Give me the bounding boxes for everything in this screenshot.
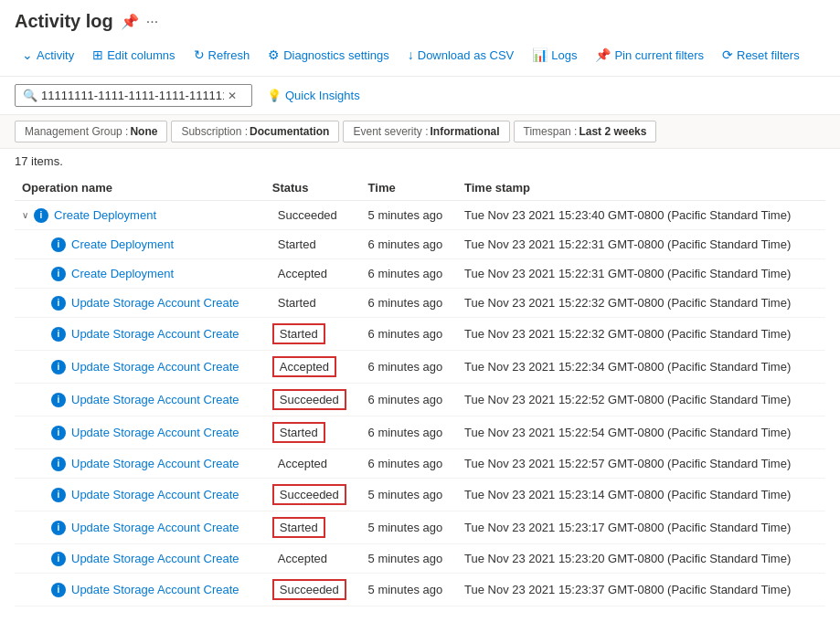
operation-name-link[interactable]: Create Deployment	[54, 208, 156, 222]
page-title: Activity log	[15, 11, 113, 32]
search-clear-icon[interactable]: ✕	[228, 90, 237, 102]
status-cell: Succeeded	[265, 384, 361, 416]
operation-name-cell: iUpdate Storage Account Create	[15, 511, 265, 544]
table-row: iUpdate Storage Account CreateAccepted5 …	[15, 544, 825, 574]
table-row: iCreate DeploymentStarted6 minutes agoTu…	[15, 230, 825, 259]
filter-row: 🔍 ✕ 💡 Quick Insights	[0, 77, 840, 115]
operation-name-link[interactable]: Update Storage Account Create	[71, 360, 239, 374]
operation-name-cell: iUpdate Storage Account Create	[15, 479, 265, 511]
search-input[interactable]	[41, 89, 224, 102]
management-group-chip[interactable]: Management Group : None	[15, 121, 167, 142]
operation-name-link[interactable]: Update Storage Account Create	[71, 457, 239, 470]
operation-name-cell: iUpdate Storage Account Create	[15, 416, 265, 449]
timestamp-cell: Tue Nov 23 2021 15:22:32 GMT-0800 (Pacif…	[457, 289, 825, 318]
info-icon: i	[34, 208, 48, 223]
timespan-chip[interactable]: Timespan : Last 2 weeks	[514, 121, 657, 142]
status-cell: Started	[265, 289, 361, 318]
status-badge: Started	[272, 323, 325, 344]
status-badge: Started	[272, 236, 322, 253]
info-icon: i	[51, 327, 66, 342]
operation-name-cell: iCreate Deployment	[15, 259, 265, 289]
edit-columns-button[interactable]: ⊞ Edit columns	[85, 43, 182, 67]
operation-name-link[interactable]: Update Storage Account Create	[71, 296, 239, 310]
status-cell: Accepted	[265, 449, 361, 479]
time-cell: 5 minutes ago	[361, 479, 457, 511]
status-cell: Started	[265, 318, 361, 351]
download-button[interactable]: ↓ Download as CSV	[400, 43, 522, 67]
info-icon: i	[51, 360, 66, 374]
subscription-chip[interactable]: Subscription : Documentation	[171, 121, 339, 142]
filter-chips: Management Group : None Subscription : D…	[0, 115, 840, 149]
toolbar: ⌄ Activity ⊞ Edit columns ↻ Refresh ⚙ Di…	[15, 39, 825, 70]
info-icon: i	[51, 296, 66, 311]
status-cell: Started	[265, 230, 361, 259]
more-icon[interactable]: ···	[146, 14, 158, 30]
time-cell: 6 minutes ago	[361, 259, 457, 289]
time-cell: 5 minutes ago	[361, 574, 457, 606]
timestamp-cell: Tue Nov 23 2021 15:23:20 GMT-0800 (Pacif…	[457, 544, 825, 574]
refresh-button[interactable]: ↻ Refresh	[186, 43, 258, 67]
status-cell: Accepted	[265, 351, 361, 384]
reset-filters-button[interactable]: ⟳ Reset filters	[715, 43, 807, 67]
status-badge: Succeeded	[272, 484, 346, 505]
operation-name-link[interactable]: Update Storage Account Create	[71, 426, 239, 439]
logs-button[interactable]: 📊 Logs	[525, 43, 584, 67]
col-status: Status	[265, 174, 361, 201]
time-cell: 6 minutes ago	[361, 351, 457, 384]
status-cell: Started	[265, 416, 361, 449]
operation-name-cell: iCreate Deployment	[15, 230, 265, 259]
table-container: Operation name Status Time Time stamp ∨i…	[0, 174, 840, 606]
reset-icon: ⟳	[722, 47, 733, 62]
table-row: iUpdate Storage Account CreateAccepted6 …	[15, 449, 825, 479]
table-header-row: Operation name Status Time Time stamp	[15, 174, 825, 201]
status-badge: Succeeded	[272, 389, 346, 410]
status-badge: Accepted	[272, 550, 333, 567]
operation-name-cell: iUpdate Storage Account Create	[15, 289, 265, 318]
status-cell: Started	[265, 511, 361, 544]
time-cell: 5 minutes ago	[361, 544, 457, 574]
activity-table: Operation name Status Time Time stamp ∨i…	[15, 174, 825, 606]
table-row: iCreate DeploymentAccepted6 minutes agoT…	[15, 259, 825, 289]
pin-filters-button[interactable]: 📌 Pin current filters	[588, 43, 711, 67]
lightbulb-icon: 💡	[267, 89, 282, 102]
table-row: iUpdate Storage Account CreateStarted6 m…	[15, 318, 825, 351]
info-icon: i	[51, 426, 66, 440]
status-badge: Started	[272, 517, 325, 538]
status-cell: Succeeded	[265, 201, 361, 230]
gear-icon: ⚙	[268, 47, 280, 62]
table-row: iUpdate Storage Account CreateStarted6 m…	[15, 416, 825, 449]
operation-name-cell: iUpdate Storage Account Create	[15, 351, 265, 384]
operation-name-link[interactable]: Update Storage Account Create	[71, 393, 239, 406]
operation-name-link[interactable]: Create Deployment	[71, 237, 174, 251]
event-severity-chip[interactable]: Event severity : Informational	[343, 121, 509, 142]
time-cell: 5 minutes ago	[361, 201, 457, 230]
operation-name-link[interactable]: Update Storage Account Create	[71, 583, 239, 596]
operation-name-cell: iUpdate Storage Account Create	[15, 544, 265, 574]
operation-name-link[interactable]: Create Deployment	[71, 267, 174, 280]
time-cell: 6 minutes ago	[361, 230, 457, 259]
operation-name-link[interactable]: Update Storage Account Create	[71, 327, 239, 341]
timestamp-cell: Tue Nov 23 2021 15:22:57 GMT-0800 (Pacif…	[457, 449, 825, 479]
timestamp-cell: Tue Nov 23 2021 15:23:37 GMT-0800 (Pacif…	[457, 574, 825, 606]
operation-name-cell: iUpdate Storage Account Create	[15, 384, 265, 416]
operation-name-link[interactable]: Update Storage Account Create	[71, 552, 239, 565]
time-cell: 6 minutes ago	[361, 416, 457, 449]
status-badge: Accepted	[272, 265, 333, 282]
info-icon: i	[51, 583, 66, 597]
timestamp-cell: Tue Nov 23 2021 15:23:40 GMT-0800 (Pacif…	[457, 201, 825, 230]
activity-button[interactable]: ⌄ Activity	[15, 43, 81, 67]
title-row: Activity log 📌 ···	[15, 11, 825, 32]
table-row: iUpdate Storage Account CreateSucceeded6…	[15, 384, 825, 416]
table-row: iUpdate Storage Account CreateStarted6 m…	[15, 289, 825, 318]
status-cell: Succeeded	[265, 574, 361, 606]
time-cell: 6 minutes ago	[361, 289, 457, 318]
quick-insights-button[interactable]: 💡 Quick Insights	[260, 84, 367, 107]
pin-icon[interactable]: 📌	[121, 13, 139, 30]
operation-name-link[interactable]: Update Storage Account Create	[71, 521, 239, 534]
operation-name-cell: iUpdate Storage Account Create	[15, 574, 265, 606]
diagnostics-button[interactable]: ⚙ Diagnostics settings	[261, 43, 397, 67]
col-timestamp: Time stamp	[457, 174, 825, 201]
expand-icon[interactable]: ∨	[22, 210, 28, 220]
operation-name-link[interactable]: Update Storage Account Create	[71, 488, 239, 501]
info-icon: i	[51, 552, 66, 566]
